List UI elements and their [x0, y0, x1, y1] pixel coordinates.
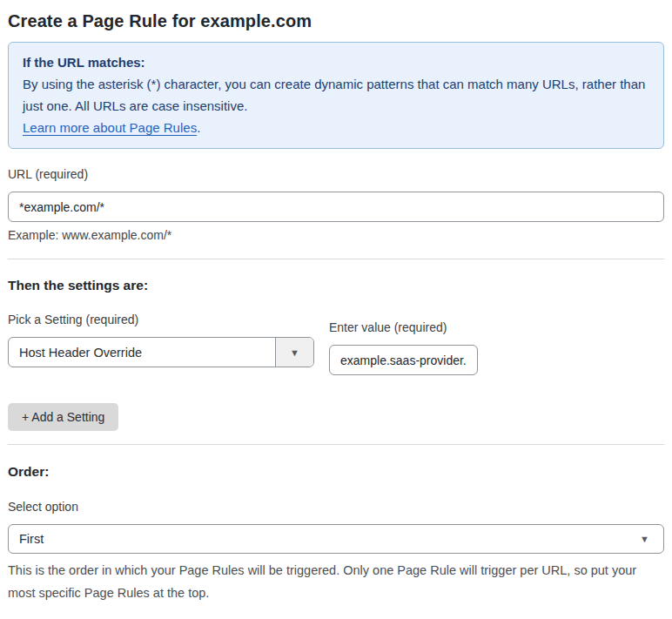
- order-selected-value: First: [19, 532, 44, 546]
- info-box-link-line: Learn more about Page Rules.: [23, 117, 649, 138]
- chevron-down-icon: ▼: [290, 347, 299, 358]
- settings-row: Pick a Setting (required) Host Header Ov…: [8, 312, 664, 375]
- info-box-body: By using the asterisk (*) character, you…: [23, 73, 649, 117]
- chevron-down-icon: ▼: [640, 534, 649, 544]
- setting-value-column: Enter value (required): [329, 320, 478, 375]
- link-suffix: .: [197, 120, 200, 135]
- setting-value-input[interactable]: [329, 345, 478, 375]
- order-select[interactable]: First ▼: [8, 524, 664, 554]
- order-select-label: Select option: [8, 499, 664, 515]
- url-match-info-box: If the URL matches: By using the asteris…: [8, 42, 664, 149]
- page-title: Create a Page Rule for example.com: [8, 9, 664, 33]
- order-section-heading: Order:: [8, 463, 664, 480]
- setting-value-label: Enter value (required): [329, 320, 478, 335]
- url-input[interactable]: [8, 192, 664, 222]
- url-field-label: URL (required): [8, 166, 664, 182]
- info-box-heading: If the URL matches:: [23, 51, 649, 73]
- setting-picker-select[interactable]: Host Header Override ▼: [8, 337, 314, 367]
- setting-picker-column: Pick a Setting (required) Host Header Ov…: [8, 312, 314, 367]
- setting-picker-selected-value: Host Header Override: [9, 338, 275, 367]
- url-example-hint: Example: www.example.com/*: [8, 228, 664, 242]
- learn-more-link[interactable]: Learn more about Page Rules: [23, 120, 197, 135]
- settings-section-heading: Then the settings are:: [8, 277, 664, 293]
- setting-picker-label: Pick a Setting (required): [8, 312, 314, 327]
- dropdown-arrow-button[interactable]: ▼: [275, 338, 313, 367]
- divider: [8, 259, 664, 259]
- order-help-text: This is the order in which your Page Rul…: [8, 559, 652, 604]
- divider: [8, 444, 664, 445]
- add-setting-button[interactable]: + Add a Setting: [8, 403, 118, 431]
